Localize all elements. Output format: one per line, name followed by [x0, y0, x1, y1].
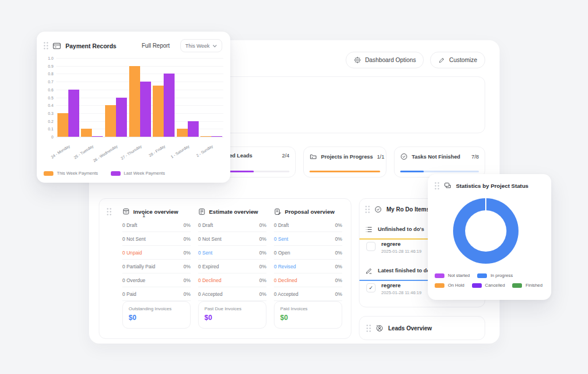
stat-card-label: Projects in Progress [321, 154, 373, 160]
overview-row-value: 0% [184, 236, 191, 242]
overview-row: 0 Accepted0% [198, 287, 266, 301]
checkbox-unchecked[interactable] [366, 242, 376, 251]
legend-item[interactable]: On Hold [435, 283, 465, 288]
overview-row-value: 0% [184, 291, 191, 297]
y-tick-label: 0.5 [48, 95, 53, 99]
bar [177, 129, 188, 137]
summary-label: Past Due Invoices [204, 306, 260, 311]
drag-handle-icon[interactable] [435, 182, 439, 190]
bar [68, 90, 79, 137]
y-tick-label: 1.0 [48, 56, 53, 60]
overview-row: 0 Draft0% [198, 218, 266, 232]
todo-item-title: regrere [381, 282, 421, 288]
overview-row-label[interactable]: 0 Revised [274, 264, 296, 269]
overview-row-label[interactable]: 0 Declined [274, 277, 297, 283]
overview-row: 0 Accepted0% [274, 287, 342, 301]
legend-swatch [435, 273, 444, 278]
drag-handle-icon[interactable] [366, 325, 371, 332]
y-tick-label: 0 [51, 135, 53, 139]
y-tick-label: 0.7 [48, 80, 53, 84]
overview-row-label[interactable]: 0 Not Sent [122, 236, 146, 242]
overview-row-label[interactable]: 0 Draft [198, 222, 213, 228]
overview-row-label[interactable]: 0 Draft [122, 222, 137, 228]
customize-label: Customize [449, 57, 477, 63]
overview-row-label[interactable]: 0 Not Sent [198, 236, 222, 242]
overview-column-title: Estimate overview [209, 209, 258, 215]
overview-column-header: Invoice overview [122, 205, 191, 218]
customize-button[interactable]: Customize [430, 52, 485, 68]
legend-item[interactable]: In progress [477, 273, 513, 278]
overview-row: 0 Revised0% [274, 260, 342, 273]
stat-card-header: Projects in Progress1/1 [304, 147, 386, 160]
overview-row: 0 Paid0% [122, 287, 191, 301]
stat-card-label: Tasks Not Finished [412, 154, 461, 160]
gridline [56, 137, 223, 137]
drag-handle-icon[interactable] [44, 42, 48, 49]
overview-row-label[interactable]: 0 Paid [122, 291, 136, 297]
legend-item[interactable]: This Week Payments [44, 171, 98, 176]
project-status-card: Statistics by Project Status Not started… [428, 174, 551, 300]
legend-item[interactable]: Last Week Payments [111, 171, 165, 176]
bar [116, 98, 127, 137]
overview-row-value: 0% [260, 250, 266, 256]
stat-card[interactable]: Projects in Progress1/1 [303, 146, 386, 178]
checkbox-checked[interactable]: ✓ [366, 283, 376, 292]
chevron-down-icon [212, 44, 217, 48]
pencil-icon [438, 57, 445, 64]
proposal-icon [274, 208, 281, 215]
overview-card: 1 Invoice overview0 Draft0%0 Not Sent0%0… [99, 198, 351, 339]
payment-card-header: Payment Records Full Report This Week [37, 32, 230, 52]
dashboard-header-actions: Dashboard Options Customize [346, 52, 485, 68]
project-status-donut [453, 198, 519, 264]
legend-label: On Hold [448, 283, 465, 288]
overview-row: 0 Open0% [274, 246, 342, 260]
estimate-icon [198, 208, 206, 215]
overview-row: 0 Overdue0% [122, 273, 191, 287]
overview-row-label[interactable]: 0 Sent [198, 250, 212, 256]
legend-swatch [435, 283, 444, 288]
overview-row-label[interactable]: 0 Sent [274, 236, 288, 242]
payment-bar-chart: 1.00.90.80.70.60.50.40.30.20.1024 - Mond… [56, 58, 223, 137]
overview-row-value: 0% [335, 277, 342, 283]
invoice-summary-row: Outstanding Invoices$0Past Due Invoices$… [122, 301, 342, 329]
overview-row-label[interactable]: 0 Accepted [274, 291, 299, 297]
todo-card-title: My Ro Do Items [386, 206, 430, 213]
overview-row-label[interactable]: 0 Declined [198, 277, 222, 283]
overview-row: 0 Sent0% [198, 246, 266, 260]
legend-swatch [44, 171, 53, 176]
overview-row-label[interactable]: 0 Partially Paid [122, 264, 155, 269]
summary-box: Past Due Invoices$0 [198, 301, 266, 329]
drag-handle-icon[interactable] [365, 206, 370, 213]
overview-row-value: 0% [184, 250, 191, 256]
overview-row-value: 0% [260, 291, 266, 297]
dashboard-options-button[interactable]: Dashboard Options [346, 52, 424, 68]
bar [200, 136, 211, 137]
overview-row-value: 0% [184, 222, 191, 228]
overview-row: 0 Not Sent0% [122, 232, 191, 246]
overview-row-value: 0% [184, 277, 191, 283]
overview-column-title: Proposal overview [285, 209, 335, 215]
chart-icon [444, 182, 451, 190]
bar [211, 136, 222, 137]
overview-row-value: 0% [260, 222, 266, 228]
overview-column-title: Invoice overview [133, 209, 178, 215]
legend-item[interactable]: Cancelled [472, 283, 505, 288]
overview-row-label[interactable]: 0 Overdue [122, 277, 145, 283]
overview-row: 0 Draft0% [122, 218, 191, 232]
stat-card[interactable]: Tasks Not Finished7/8 [394, 146, 485, 178]
leads-card: Leads Overview [359, 316, 485, 340]
summary-value: $0 [129, 314, 184, 322]
overview-row-label[interactable]: 0 Unpaid [122, 250, 142, 256]
overview-row-label[interactable]: 0 Expired [198, 264, 219, 269]
full-report-button[interactable]: Full Report [142, 43, 170, 49]
overview-row-label[interactable]: 0 Open [274, 250, 290, 256]
stat-progress-fill [400, 171, 424, 173]
todo-section-label: Latest finished to do's [378, 268, 434, 273]
period-dropdown[interactable]: This Week [180, 39, 222, 52]
overview-row-label[interactable]: 0 Accepted [198, 291, 223, 297]
legend-item[interactable]: Not started [435, 273, 470, 278]
overview-row-label[interactable]: 0 Draft [274, 222, 289, 228]
legend-item[interactable]: Finished [512, 283, 542, 288]
bar [153, 86, 164, 137]
drag-handle-icon[interactable] [107, 208, 111, 215]
